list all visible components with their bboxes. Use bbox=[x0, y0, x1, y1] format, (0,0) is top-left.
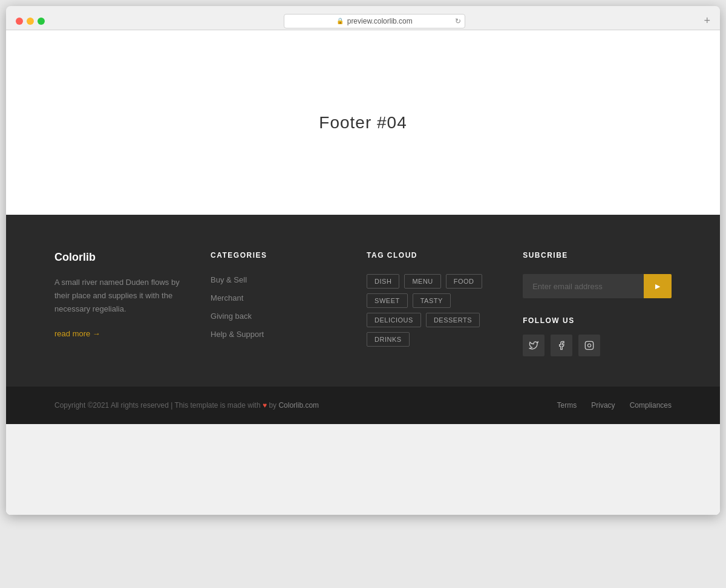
category-link-help-support[interactable]: Help & Support bbox=[211, 330, 264, 339]
footer-grid: Colorlib A small river named Duden flows… bbox=[54, 251, 672, 356]
url-text: preview.colorlib.com bbox=[347, 17, 413, 25]
footer-main: Colorlib A small river named Duden flows… bbox=[6, 215, 720, 387]
copyright-main: Copyright ©2021 All rights reserved | Th… bbox=[54, 401, 263, 410]
footer-categories-column: CATEGORIES Buy & Sell Merchant Giving ba… bbox=[211, 251, 342, 356]
tag-sweet[interactable]: SWEET bbox=[367, 293, 408, 308]
facebook-icon[interactable] bbox=[551, 335, 572, 356]
copyright-text: Copyright ©2021 All rights reserved | Th… bbox=[54, 401, 319, 410]
list-item: Help & Support bbox=[211, 328, 342, 339]
browser-chrome: 🔒 preview.colorlib.com ↻ + bbox=[6, 6, 720, 30]
main-content-area: Footer #04 bbox=[6, 30, 720, 215]
address-bar: 🔒 preview.colorlib.com ↻ bbox=[50, 14, 699, 28]
list-item: Buy & Sell bbox=[211, 274, 342, 285]
instagram-icon[interactable] bbox=[578, 335, 600, 356]
footer-bottom: Copyright ©2021 All rights reserved | Th… bbox=[6, 387, 720, 424]
refresh-icon[interactable]: ↻ bbox=[455, 17, 461, 25]
send-icon: ► bbox=[653, 281, 662, 291]
lock-icon: 🔒 bbox=[336, 18, 344, 24]
tag-menu[interactable]: MENU bbox=[404, 274, 440, 289]
tag-desserts[interactable]: DESSERTS bbox=[426, 313, 480, 327]
footer-brand-column: Colorlib A small river named Duden flows… bbox=[54, 251, 186, 356]
tag-cloud: DISH MENU FOOD SWEET TASTY DELICIOUS DES… bbox=[367, 274, 499, 347]
categories-list: Buy & Sell Merchant Giving back Help & S… bbox=[211, 274, 342, 339]
twitter-icon[interactable] bbox=[523, 335, 544, 356]
subscribe-form: ► bbox=[523, 274, 672, 298]
compliances-link[interactable]: Compliances bbox=[630, 401, 672, 410]
brand-description: A small river named Duden flows by their… bbox=[54, 276, 186, 316]
category-link-buy-sell[interactable]: Buy & Sell bbox=[211, 275, 247, 284]
email-input[interactable] bbox=[523, 274, 644, 298]
heart-icon: ♥ bbox=[263, 401, 267, 410]
traffic-lights bbox=[16, 18, 45, 25]
tag-dish[interactable]: DISH bbox=[367, 274, 399, 289]
page-title: Footer #04 bbox=[319, 113, 407, 132]
social-icons bbox=[523, 335, 672, 356]
footer-bottom-links: Terms Privacy Compliances bbox=[557, 401, 672, 410]
subscribe-title: SUBCRIBE bbox=[523, 251, 672, 260]
list-item: Giving back bbox=[211, 310, 342, 321]
tag-tasty[interactable]: TASTY bbox=[413, 293, 451, 308]
category-link-merchant[interactable]: Merchant bbox=[211, 293, 243, 302]
browser-window: 🔒 preview.colorlib.com ↻ + Footer #04 Co… bbox=[6, 6, 720, 515]
minimize-button[interactable] bbox=[27, 18, 34, 25]
list-item: Merchant bbox=[211, 292, 342, 303]
tag-cloud-title: TAG CLOUD bbox=[367, 251, 499, 260]
maximize-button[interactable] bbox=[38, 18, 45, 25]
brand-name: Colorlib bbox=[54, 251, 186, 264]
follow-us-title: FOLLOW US bbox=[523, 316, 672, 325]
subscribe-button[interactable]: ► bbox=[644, 274, 672, 298]
below-footer-area bbox=[6, 424, 720, 515]
privacy-link[interactable]: Privacy bbox=[591, 401, 615, 410]
terms-link[interactable]: Terms bbox=[557, 401, 577, 410]
read-more-link[interactable]: read more → bbox=[54, 329, 100, 338]
tag-drinks[interactable]: DRINKS bbox=[367, 332, 410, 347]
footer-tags-column: TAG CLOUD DISH MENU FOOD SWEET TASTY DEL… bbox=[367, 251, 499, 356]
page-content: Footer #04 Colorlib A small river named … bbox=[6, 30, 720, 515]
footer-subscribe-column: SUBCRIBE ► FOLLOW US bbox=[523, 251, 672, 356]
close-button[interactable] bbox=[16, 18, 23, 25]
new-tab-button[interactable]: + bbox=[704, 15, 710, 27]
tag-food[interactable]: FOOD bbox=[446, 274, 482, 289]
url-bar[interactable]: 🔒 preview.colorlib.com ↻ bbox=[284, 14, 465, 28]
tag-delicious[interactable]: DELICIOUS bbox=[367, 313, 421, 327]
copyright-by: by bbox=[269, 401, 278, 410]
category-link-giving-back[interactable]: Giving back bbox=[211, 312, 252, 321]
svg-rect-0 bbox=[585, 341, 593, 349]
categories-title: CATEGORIES bbox=[211, 251, 342, 260]
colorlib-link[interactable]: Colorlib.com bbox=[278, 401, 319, 410]
